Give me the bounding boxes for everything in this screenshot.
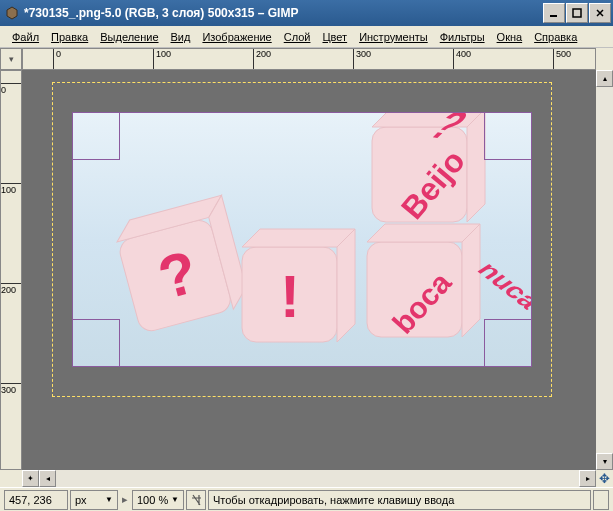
chevron-down-icon: ▼ [171,495,179,504]
scroll-down-button[interactable]: ▾ [596,453,613,470]
workarea: ▾ 0 100 200 300 400 500 0 100 200 300 ? [0,48,613,487]
app-icon [4,5,20,21]
menu-select[interactable]: Выделение [94,29,164,45]
menu-file[interactable]: Файл [6,29,45,45]
menubar: Файл Правка Выделение Вид Изображение Сл… [0,26,613,48]
menu-view[interactable]: Вид [165,29,197,45]
ruler-corner[interactable]: ▾ [0,48,22,70]
menu-image[interactable]: Изображение [196,29,277,45]
scrollbar-vertical[interactable]: ▴ ▾ [596,70,613,470]
scroll-left-button[interactable]: ◂ [39,470,56,487]
unit-selector[interactable]: px▼ [70,490,118,510]
menu-filters[interactable]: Фильтры [434,29,491,45]
status-coordinates: 457, 236 [4,490,68,510]
canvas-viewport[interactable]: ? ! Beijo ? [22,70,596,470]
crop-rectangle[interactable] [72,112,532,367]
svg-rect-0 [550,15,557,17]
svg-rect-1 [573,9,581,17]
close-button[interactable] [589,3,611,23]
status-message: Чтобы откадрировать, нажмите клавишу вво… [208,490,591,510]
statusbar: 457, 236 px▼ ▸ 100 %▼ Чтобы откадрироват… [0,487,613,511]
menu-color[interactable]: Цвет [316,29,353,45]
maximize-button[interactable] [566,3,588,23]
scroll-track-v[interactable] [596,87,613,453]
scroll-up-button[interactable]: ▴ [596,70,613,87]
titlebar: *730135_.png-5.0 (RGB, 3 слоя) 500x315 –… [0,0,613,26]
crop-tool-icon [186,490,206,510]
scroll-toggle-icon[interactable]: ✦ [22,470,39,487]
navigation-icon[interactable]: ✥ [596,470,613,487]
crop-handle-br[interactable] [484,319,532,367]
ruler-tick: 200 [1,283,21,295]
ruler-tick: 300 [1,383,21,395]
crop-handle-bl[interactable] [72,319,120,367]
ruler-tick: 400 [453,49,471,69]
canvas[interactable]: ? ! Beijo ? [52,82,552,397]
window-title: *730135_.png-5.0 (RGB, 3 слоя) 500x315 –… [24,6,542,20]
ruler-tick: 200 [253,49,271,69]
ruler-tick: 0 [1,83,21,95]
menu-windows[interactable]: Окна [491,29,529,45]
ruler-horizontal[interactable]: 0 100 200 300 400 500 [22,48,596,70]
ruler-tick: 100 [153,49,171,69]
ruler-tick: 300 [353,49,371,69]
scrollbar-horizontal[interactable]: ✦ ◂ ▸ [22,470,596,487]
menu-help[interactable]: Справка [528,29,583,45]
ruler-tick: 0 [53,49,61,69]
menu-layer[interactable]: Слой [278,29,317,45]
ruler-tick: 100 [1,183,21,195]
zoom-selector[interactable]: 100 %▼ [132,490,184,510]
chevron-down-icon: ▼ [105,495,113,504]
crop-handle-tr[interactable] [484,112,532,160]
crop-handle-tl[interactable] [72,112,120,160]
ruler-tick: 500 [553,49,571,69]
scroll-right-button[interactable]: ▸ [579,470,596,487]
status-separator: ▸ [120,493,130,506]
ruler-vertical[interactable]: 0 100 200 300 [0,70,22,470]
menu-edit[interactable]: Правка [45,29,94,45]
status-resize-grip[interactable] [593,490,609,510]
menu-tools[interactable]: Инструменты [353,29,434,45]
scroll-track-h[interactable] [56,470,579,487]
minimize-button[interactable] [543,3,565,23]
